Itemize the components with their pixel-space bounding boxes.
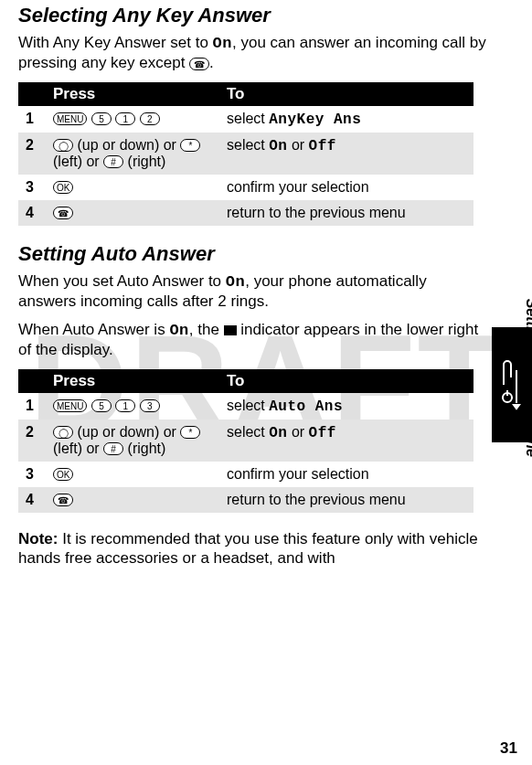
intro-any-key: With Any Key Answer set to On, you can a… — [18, 33, 488, 73]
table-row: 4 ☎ return to the previous menu — [18, 487, 473, 513]
note-paragraph: Note: It is recommended that you use thi… — [18, 529, 488, 568]
lcd-on: On — [269, 138, 287, 154]
press-cell: ☎ — [46, 200, 219, 226]
table-any-key: Press To 1 MENU 5 1 2 select AnyKey Ans … — [18, 82, 473, 226]
text: , the — [189, 321, 224, 338]
key-1-icon: 1 — [115, 112, 135, 125]
table-row: 3 OK confirm your selection — [18, 462, 473, 487]
text: select — [227, 137, 269, 153]
table-row: 4 ☎ return to the previous menu — [18, 200, 473, 226]
press-cell: ☎ — [46, 487, 219, 513]
step-num: 3 — [18, 175, 46, 200]
th-press: Press — [46, 369, 219, 393]
to-cell: return to the previous menu — [219, 200, 473, 226]
press-cell: ◯ (up or down) or * (left) or # (right) — [46, 133, 219, 175]
text: With Any Key Answer set to — [18, 34, 213, 51]
text: select — [227, 111, 269, 126]
lcd-on: On — [226, 273, 245, 291]
step-num: 4 — [18, 487, 46, 513]
step-num: 2 — [18, 420, 46, 462]
hash-key-icon: # — [103, 442, 123, 455]
nav-key-icon: ◯ — [53, 426, 73, 439]
text: (up or down) or — [73, 137, 180, 153]
press-cell: MENU 5 1 2 — [46, 106, 219, 133]
table-header-row: Press To — [18, 82, 473, 106]
star-key-icon: * — [180, 139, 200, 152]
para-auto-1: When you set Auto Answer to On, your pho… — [18, 271, 488, 312]
note-label: Note: — [18, 530, 58, 547]
lcd-off: Off — [309, 138, 336, 154]
press-cell: ◯ (up or down) or * (left) or # (right) — [46, 420, 219, 462]
lcd-on: On — [213, 35, 232, 52]
menu-key-icon: MENU — [53, 399, 87, 412]
lcd-value: Auto Ans — [269, 398, 343, 415]
star-key-icon: * — [180, 426, 200, 439]
text: (up or down) or — [73, 424, 180, 440]
step-num: 3 — [18, 462, 46, 487]
text: select — [227, 398, 269, 413]
lcd-on: On — [169, 322, 188, 339]
key-5-icon: 5 — [91, 112, 112, 125]
table-row: 2 ◯ (up or down) or * (left) or # (right… — [18, 133, 473, 175]
table-auto-answer: Press To 1 MENU 5 1 3 select Auto Ans 2 … — [18, 369, 473, 513]
text: or — [287, 424, 308, 440]
to-cell: select On or Off — [219, 420, 473, 462]
to-cell: select On or Off — [219, 133, 473, 175]
th-to: To — [219, 369, 473, 393]
table-row: 1 MENU 5 1 3 select Auto Ans — [18, 393, 473, 420]
press-cell: OK — [46, 175, 219, 200]
text: (left) or — [53, 154, 103, 169]
table-header-row: Press To — [18, 369, 473, 393]
text: (left) or — [53, 441, 103, 456]
step-num: 1 — [18, 106, 46, 133]
indicator-icon — [224, 325, 237, 335]
th-blank — [18, 369, 46, 393]
key-1-icon: 1 — [115, 399, 135, 412]
end-key-icon: ☎ — [53, 494, 73, 506]
th-blank — [18, 82, 46, 106]
nav-key-icon: ◯ — [53, 139, 73, 152]
text: or — [287, 137, 308, 153]
para-auto-2: When Auto Answer is On, the indicator ap… — [18, 320, 488, 360]
table-row: 1 MENU 5 1 2 select AnyKey Ans — [18, 106, 473, 133]
key-3-icon: 3 — [140, 399, 160, 412]
th-to: To — [219, 82, 473, 106]
table-row: 2 ◯ (up or down) or * (left) or # (right… — [18, 420, 473, 462]
press-cell: MENU 5 1 3 — [46, 393, 219, 420]
heading-any-key-answer: Selecting Any Key Answer — [18, 4, 488, 27]
end-key-icon: ☎ — [189, 58, 209, 70]
text: When Auto Answer is — [18, 321, 169, 338]
lcd-on: On — [269, 425, 287, 441]
to-cell: confirm your selection — [219, 175, 473, 200]
lcd-value: AnyKey Ans — [269, 112, 361, 128]
to-cell: select AnyKey Ans — [219, 106, 473, 133]
th-press: Press — [46, 82, 219, 106]
to-cell: confirm your selection — [219, 462, 473, 487]
ok-key-icon: OK — [53, 181, 73, 194]
table-row: 3 OK confirm your selection — [18, 175, 473, 200]
menu-key-icon: MENU — [53, 112, 87, 125]
to-cell: select Auto Ans — [219, 393, 473, 420]
to-cell: return to the previous menu — [219, 487, 473, 513]
end-key-icon: ☎ — [53, 207, 73, 219]
key-5-icon: 5 — [91, 399, 112, 412]
ok-key-icon: OK — [53, 468, 73, 481]
hash-key-icon: # — [103, 155, 123, 168]
text: . — [209, 54, 214, 71]
step-num: 2 — [18, 133, 46, 175]
press-cell: OK — [46, 462, 219, 487]
key-2-icon: 2 — [140, 112, 160, 125]
text: When you set Auto Answer to — [18, 272, 226, 290]
step-num: 1 — [18, 393, 46, 420]
text: select — [227, 424, 269, 440]
text: (right) — [123, 154, 165, 169]
note-text: It is recommended that you use this feat… — [18, 530, 478, 567]
lcd-off: Off — [309, 425, 336, 441]
page-number: 31 — [500, 739, 517, 758]
text: (right) — [123, 441, 165, 456]
step-num: 4 — [18, 200, 46, 226]
heading-auto-answer: Setting Auto Answer — [18, 242, 488, 266]
